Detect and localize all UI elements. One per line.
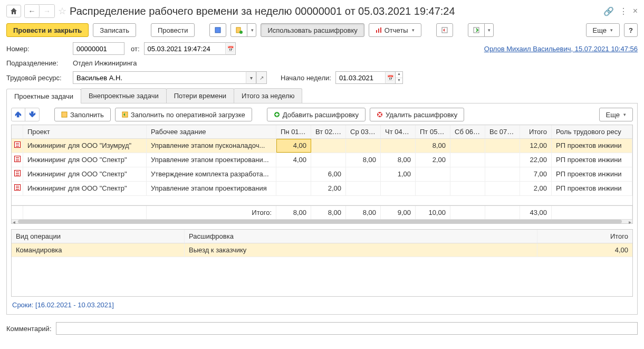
col-d1[interactable]: Пн 01.03	[276, 125, 311, 138]
col-d2[interactable]: Вт 02.03	[311, 125, 346, 138]
extra-button-2[interactable]	[468, 23, 485, 37]
doc-icon	[14, 170, 21, 176]
forward-button[interactable]: →	[40, 5, 54, 17]
week-start-label: Начало недели:	[281, 74, 331, 82]
week-stepper[interactable]: ▲▼	[396, 71, 403, 84]
add-detail-button[interactable]: Добавить расшифровку	[267, 108, 366, 121]
number-input[interactable]	[73, 42, 124, 55]
table-row[interactable]: Инжиниринг для ООО "Спектр"Утверждение к…	[12, 167, 632, 182]
svg-rect-4	[378, 29, 379, 33]
doc-icon	[14, 156, 21, 162]
grid-hscroll[interactable]: ◂ ▸	[12, 219, 632, 223]
tab-project-tasks[interactable]: Проектные задачи	[6, 89, 81, 103]
attach-button[interactable]	[230, 23, 247, 37]
fill-button[interactable]: Заполнить	[54, 108, 111, 121]
detail-grid[interactable]: Вид операции Расшифровка Итого Командиро…	[11, 229, 633, 297]
svg-rect-8	[62, 112, 67, 117]
table-row[interactable]: Инжиниринг для ООО "Спектр"Управление эт…	[12, 153, 632, 167]
resource-open-icon[interactable]: ↗	[256, 71, 267, 84]
week-start-input[interactable]	[335, 71, 385, 84]
print-button[interactable]	[209, 23, 226, 37]
kebab-icon[interactable]: ⋮	[619, 6, 628, 16]
comment-input[interactable]	[56, 322, 638, 335]
terms-link[interactable]: Сроки: [16.02.2021 - 10.03.2021]	[11, 300, 633, 310]
date-input[interactable]	[144, 42, 225, 55]
close-icon[interactable]: ×	[633, 6, 638, 16]
department-value: Отдел Инжиниринга	[73, 59, 137, 67]
col-d5[interactable]: Пт 05.03	[416, 125, 450, 138]
col-d4[interactable]: Чт 04.03	[381, 125, 416, 138]
favorite-icon[interactable]: ☆	[58, 5, 66, 17]
author-link[interactable]: Орлов Михаил Васильевич, 15.07.2021 10:4…	[484, 45, 638, 53]
fill-by-load-button[interactable]: Заполнить по оперативной загрузке	[115, 108, 252, 121]
dcol-total[interactable]: Итого	[537, 230, 632, 243]
move-up-button[interactable]: 🡹	[12, 108, 25, 121]
dcol-detail[interactable]: Расшифровка	[185, 230, 537, 243]
col-d7[interactable]: Вс 07.03	[485, 125, 520, 138]
svg-point-2	[239, 31, 243, 34]
resource-input[interactable]	[73, 71, 246, 84]
doc-icon	[14, 142, 21, 148]
tab-week-total[interactable]: Итого за неделю	[234, 88, 302, 103]
delete-detail-button[interactable]: Удалить расшифровку	[370, 108, 464, 121]
number-label: Номер:	[6, 45, 69, 53]
reports-button[interactable]: Отчеты▾	[369, 23, 421, 37]
from-label: от:	[131, 45, 140, 53]
move-down-button[interactable]: 🡻	[25, 108, 39, 121]
extra-button-2-dropdown[interactable]: ▾	[484, 23, 494, 37]
table-row[interactable]: Инжиниринг для ООО "Изумруд"Управление э…	[12, 139, 632, 153]
resource-dropdown-icon[interactable]: ▾	[246, 71, 256, 84]
col-d3[interactable]: Ср 03.03	[346, 125, 381, 138]
col-role[interactable]: Роль трудового ресу	[552, 125, 632, 138]
col-project[interactable]: Проект	[23, 125, 147, 138]
back-button[interactable]: ←	[25, 5, 40, 17]
dcol-op[interactable]: Вид операции	[12, 230, 185, 243]
footer-label: Итого:	[147, 206, 276, 219]
post-button[interactable]: Провести	[151, 23, 195, 37]
doc-icon	[14, 184, 21, 191]
detail-row[interactable]: Командировка Выезд к заказчику 4,00	[12, 243, 632, 257]
department-label: Подразделение:	[6, 59, 69, 67]
col-d6[interactable]: Сб 06.03	[450, 125, 485, 138]
post-close-button[interactable]: Провести и закрыть	[6, 23, 89, 37]
week-calendar-icon[interactable]: 📅	[385, 71, 396, 84]
resource-label: Трудовой ресурс:	[6, 74, 69, 82]
calendar-icon[interactable]: 📅	[225, 42, 236, 55]
use-detail-toggle[interactable]: Использовать расшифровку	[261, 23, 364, 37]
reports-label: Отчеты	[385, 26, 408, 34]
table-row[interactable]: Инжиниринг для ООО "Спектр"Управление эт…	[12, 182, 632, 196]
home-button[interactable]	[6, 5, 21, 17]
svg-rect-0	[215, 27, 220, 33]
extra-button-1[interactable]	[436, 23, 453, 37]
link-icon[interactable]: 🔗	[603, 6, 614, 16]
tab-time-losses[interactable]: Потери времени	[166, 88, 234, 103]
save-button[interactable]: Записать	[93, 23, 136, 37]
svg-rect-5	[380, 27, 381, 33]
grid-more-button[interactable]: Еще▾	[599, 108, 633, 121]
tab-nonproject-tasks[interactable]: Внепроектные задачи	[81, 88, 167, 103]
comment-label: Комментарий:	[6, 325, 52, 333]
help-button[interactable]: ?	[624, 23, 638, 37]
more-button[interactable]: Еще▾	[586, 23, 620, 37]
attach-dropdown[interactable]: ▾	[247, 23, 256, 37]
col-task[interactable]: Рабочее задание	[147, 125, 276, 138]
col-total[interactable]: Итого	[520, 125, 552, 138]
window-title: Распределение рабочего времени за неделю…	[70, 5, 600, 17]
svg-rect-3	[376, 30, 377, 33]
tasks-grid[interactable]: Проект Рабочее задание Пн 01.03 Вт 02.03…	[11, 125, 633, 224]
